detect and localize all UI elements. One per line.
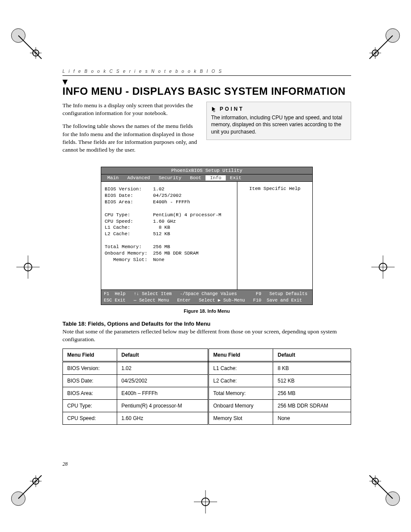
table-cell: L1 Cache:	[208, 362, 273, 375]
table-row: BIOS Version:1.02L1 Cache:8 KB	[63, 362, 351, 375]
registration-mark	[9, 470, 47, 508]
registration-mark	[364, 248, 402, 286]
bios-tab-security: Security	[154, 175, 186, 180]
table-header: Default	[117, 349, 208, 362]
bios-utility-screenshot: PhoenixBIOS Setup Utility MainAdvancedSe…	[101, 167, 313, 305]
fields-table: Menu FieldDefaultMenu FieldDefaultBIOS V…	[62, 348, 351, 425]
table-cell: 1.02	[117, 362, 208, 375]
table-cell: CPU Type:	[63, 400, 117, 412]
registration-mark	[364, 26, 402, 65]
intro-paragraph-2: The following table shows the names of t…	[62, 122, 198, 154]
table-cell: Pentium(R) 4 processor-M	[117, 400, 208, 412]
registration-mark	[9, 248, 47, 286]
svg-point-33	[213, 110, 215, 112]
point-label: POINT	[220, 106, 244, 112]
table-cell: 8 KB	[273, 362, 351, 375]
intro-paragraph-1: The Info menu is a display only screen t…	[62, 102, 198, 117]
bios-tab-main: Main	[103, 175, 123, 180]
registration-mark	[364, 470, 402, 508]
table-cell: 256 MB	[273, 387, 351, 400]
table-note: Note that some of the parameters reflect…	[62, 328, 351, 343]
bios-title-bar: PhoenixBIOS Setup Utility	[101, 167, 312, 174]
running-header: L i f e B o o k C S e r i e s N o t e b …	[62, 69, 351, 76]
table-cell: Total Memory:	[208, 387, 273, 400]
bios-tab-bar: MainAdvancedSecurityBootInfoExit	[101, 174, 312, 182]
point-text: The information, including CPU type and …	[211, 114, 346, 135]
bios-footer-help: F1 Help ↑↓ Select Item -/Space Change Va…	[101, 289, 312, 304]
table-title: Table 18: Fields, Options and Defaults f…	[62, 320, 351, 327]
table-cell: Onboard Memory	[208, 400, 273, 412]
table-row: BIOS Area:E400h – FFFFhTotal Memory:256 …	[63, 387, 351, 400]
bios-info-panel: BIOS Version: 1.02 BIOS Date: 04/25/2002…	[101, 182, 237, 289]
table-cell: 04/25/2002	[117, 375, 208, 387]
table-cell: 256 MB DDR SDRAM	[273, 400, 351, 412]
table-row: CPU Speed:1.60 GHzMemory SlotNone	[63, 412, 351, 425]
table-header: Menu Field	[208, 349, 273, 362]
table-cell: E400h – FFFFh	[117, 387, 208, 400]
table-cell: 1.60 GHz	[117, 412, 208, 425]
table-cell: CPU Speed:	[63, 412, 117, 425]
table-cell: 512 KB	[273, 375, 351, 387]
table-header: Menu Field	[63, 349, 117, 362]
page-title: INFO MENU - DISPLAYS BASIC SYSTEM INFORM…	[62, 85, 351, 97]
bios-tab-advanced: Advanced	[123, 175, 154, 180]
table-header: Default	[273, 349, 351, 362]
table-cell: Memory Slot	[208, 412, 273, 425]
bios-tab-boot: Boot	[186, 175, 206, 180]
table-cell: L2 Cache:	[208, 375, 273, 387]
table-cell: BIOS Date:	[63, 375, 117, 387]
point-callout: POINT The information, including CPU typ…	[206, 102, 351, 140]
table-cell: BIOS Area:	[63, 387, 117, 400]
page-number: 28	[62, 461, 68, 467]
bios-help-panel: Item Specific Help	[237, 182, 312, 289]
figure-caption: Figure 18. Info Menu	[62, 308, 351, 314]
point-icon	[211, 106, 217, 112]
table-row: BIOS Date:04/25/2002L2 Cache:512 KB	[63, 375, 351, 387]
table-cell: None	[273, 412, 351, 425]
bios-tab-info: Info	[206, 175, 225, 180]
registration-mark	[9, 26, 47, 65]
table-cell: BIOS Version:	[63, 362, 117, 375]
bios-tab-exit: Exit	[226, 175, 246, 180]
page-content: L i f e B o o k C S e r i e s N o t e b …	[62, 69, 351, 425]
registration-mark	[186, 482, 225, 521]
table-row: CPU Type:Pentium(R) 4 processor-MOnboard…	[63, 400, 351, 412]
